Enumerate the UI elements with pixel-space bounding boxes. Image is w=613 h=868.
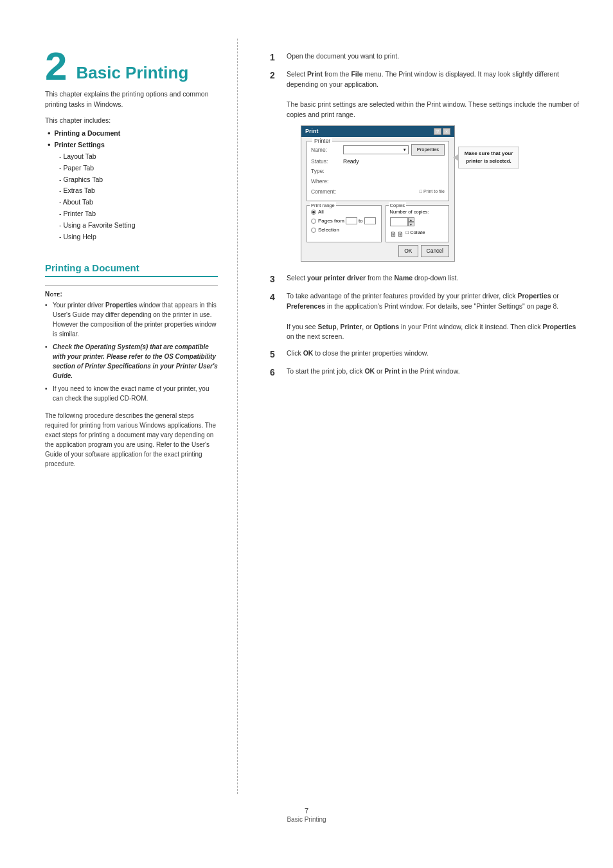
pages-to-input[interactable] xyxy=(364,217,376,224)
dialog-status-row: Status: Ready xyxy=(311,158,445,166)
radio-all-label: All xyxy=(318,208,324,216)
dialog-help-btn[interactable]: ? xyxy=(434,128,441,135)
dialog-num-copies-row: ▲ ▼ xyxy=(390,217,445,226)
step-3-num: 3 xyxy=(270,273,284,285)
callout-arrow xyxy=(453,154,458,161)
step-5-text: Click OK to close the printer properties… xyxy=(287,348,581,359)
dialog-name-dropdown[interactable] xyxy=(343,145,409,154)
dialog-comment-label: Comment: xyxy=(311,188,343,196)
dialog-print-range-label: Print range xyxy=(310,202,336,209)
toc-sub-graphics: - Graphics Tab xyxy=(48,174,218,186)
step-3-bold-name: Name xyxy=(395,274,413,282)
dialog-print-range: Print range All Pages from xyxy=(306,205,382,243)
note-box: Note: Your printer driver Properties win… xyxy=(45,285,218,403)
note-item-2-italic: Check the Operating System(s) that are c… xyxy=(53,343,218,379)
radio-pages-dot[interactable] xyxy=(311,219,316,224)
dialog-body: Printer Name: Properties Status: Ready xyxy=(301,137,454,261)
dialog-status-value: Ready xyxy=(343,158,445,166)
toc-sub-favorite: - Using a Favorite Setting xyxy=(48,220,218,231)
step-3-text: Select your printer driver from the Name… xyxy=(287,273,581,284)
toc-sub-layout: - Layout Tab xyxy=(48,151,218,163)
step-2-bold-print: Print xyxy=(307,70,323,78)
toc-list: Printing a Document Printer Settings - L… xyxy=(48,128,218,243)
dialog-num-copies-label: Number of copies: xyxy=(390,208,445,215)
step-6-num: 6 xyxy=(270,366,284,378)
radio-all-dot[interactable] xyxy=(311,210,316,215)
dialog-status-label: Status: xyxy=(311,158,343,166)
page: 2 Basic Printing This chapter explains t… xyxy=(0,0,613,868)
note-list: Your printer driver Properties window th… xyxy=(45,300,218,403)
dialog-printer-section-label: Printer xyxy=(312,137,332,145)
dialog-ok-btn[interactable]: OK xyxy=(398,245,418,257)
dialog-name-row: Name: Properties xyxy=(311,144,445,155)
radio-selection-dot[interactable] xyxy=(311,228,316,233)
pages-from-input[interactable] xyxy=(346,217,357,224)
dialog-type-label: Type: xyxy=(311,167,343,176)
spin-up[interactable]: ▲ xyxy=(408,217,414,222)
callout-box: Make sure that your printer is selected. xyxy=(458,147,519,168)
step-2: 2 Select Print from the File menu. The P… xyxy=(270,69,581,267)
step-6-bold-ok: OK xyxy=(364,367,375,375)
toc-item-settings: Printer Settings xyxy=(48,140,218,151)
copies-spin: ▲ ▼ xyxy=(408,217,414,226)
dialog-footer: OK Cancel xyxy=(306,245,449,257)
copies-input[interactable] xyxy=(390,217,408,226)
dialog-title-text: Print xyxy=(305,127,319,136)
dialog-printer-section: Printer Name: Properties Status: Ready xyxy=(306,141,449,201)
step-6-bold-print: Print xyxy=(384,367,400,375)
dialog-name-label: Name: xyxy=(311,146,343,154)
dialog-where-row: Where: xyxy=(311,177,445,186)
step-4-bold-setup: Setup xyxy=(317,323,336,330)
radio-pages-to: to xyxy=(359,217,363,225)
dialog-cancel-btn[interactable]: Cancel xyxy=(421,245,449,257)
radio-pages-label: Pages from xyxy=(318,217,344,225)
content-area: 2 Basic Printing This chapter explains t… xyxy=(0,39,613,794)
chapter-intro: This chapter explains the printing optio… xyxy=(45,89,218,110)
page-footer: 7 Basic Printing xyxy=(0,794,613,829)
step-3: 3 Select your printer driver from the Na… xyxy=(270,273,581,285)
section-printing: Printing a Document Note: Your printer d… xyxy=(45,262,218,469)
dialog-win-buttons: ? × xyxy=(434,128,450,135)
step-5: 5 Click OK to close the printer properti… xyxy=(270,348,581,360)
collate-label: □ Collate xyxy=(406,229,425,240)
step-6: 6 To start the print job, click OK or Pr… xyxy=(270,366,581,378)
toc-sub-paper: - Paper Tab xyxy=(48,163,218,174)
right-column: 1 Open the document you want to print. 2… xyxy=(238,39,613,794)
step-2-num: 2 xyxy=(270,69,284,81)
step-4-bold-props2: Properties xyxy=(542,323,576,330)
callout-container: Make sure that your printer is selected. xyxy=(458,147,519,168)
dialog-type-row: Type: xyxy=(311,167,445,176)
step-4: 4 To take advantage of the printer featu… xyxy=(270,291,581,342)
step-6-text: To start the print job, click OK or Prin… xyxy=(287,366,581,377)
step-4-bold-prefs: Preferences xyxy=(287,302,325,310)
dialog-comment-row: Comment: □ Print to file xyxy=(311,188,445,196)
toc-sub-help: - Using Help xyxy=(48,231,218,243)
toc-sub-printer: - Printer Tab xyxy=(48,208,218,220)
dialog-copies-label: Copies xyxy=(389,202,406,209)
page-label: Basic Printing xyxy=(287,816,326,823)
step-1-text: Open the document you want to print. xyxy=(287,51,581,62)
toc-item-settings-label: Printer Settings xyxy=(55,140,105,151)
step-4-bold-props: Properties xyxy=(518,292,551,300)
dialog-two-col: Print range All Pages from xyxy=(306,205,449,243)
dialog-where-label: Where: xyxy=(311,177,343,186)
dialog-close-btn[interactable]: × xyxy=(443,128,450,135)
toc-item-printing: Printing a Document xyxy=(48,128,218,140)
step-4-main: To take advantage of the printer feature… xyxy=(287,292,559,310)
step-1: 1 Open the document you want to print. xyxy=(270,51,581,63)
toc-sub-about: - About Tab xyxy=(48,197,218,208)
copy-icons: 🗎🗎 xyxy=(390,229,404,240)
step-4-num: 4 xyxy=(270,291,284,303)
step-5-num: 5 xyxy=(270,348,284,360)
left-column: 2 Basic Printing This chapter explains t… xyxy=(0,39,238,794)
step-4-note: If you see Setup, Printer, or Options in… xyxy=(287,323,576,341)
dialog-radio-all: All xyxy=(311,208,377,216)
dialog-properties-btn[interactable]: Properties xyxy=(411,144,445,155)
collate-row: 🗎🗎 □ Collate xyxy=(390,229,445,240)
chapter-header: 2 Basic Printing xyxy=(45,51,218,83)
step-4-bold-options: Options xyxy=(373,323,399,330)
section-heading-printing: Printing a Document xyxy=(45,262,218,277)
step-3-bold-driver: your printer driver xyxy=(307,274,366,282)
spin-down[interactable]: ▼ xyxy=(408,222,414,226)
dialog-title-bar: Print ? × xyxy=(301,126,454,138)
